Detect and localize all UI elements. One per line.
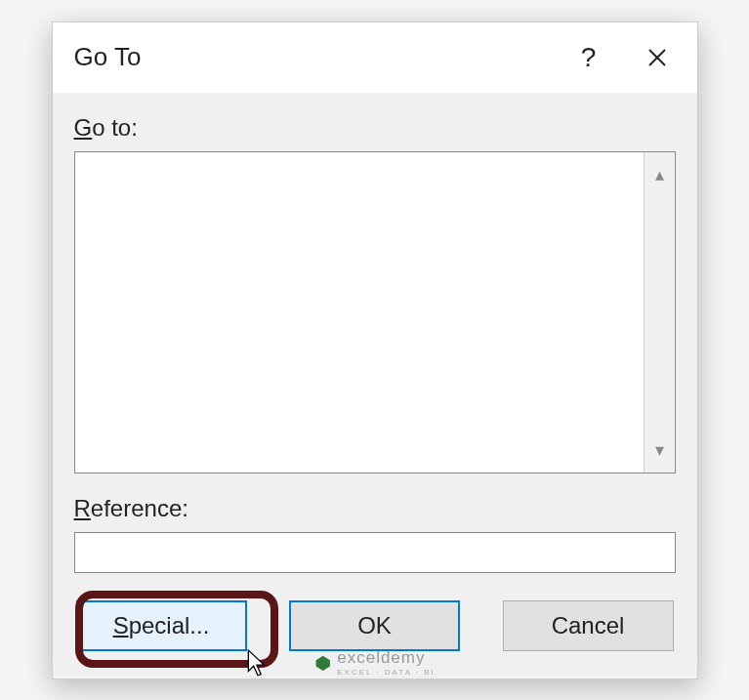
- scroll-down-icon: ▾: [655, 439, 664, 461]
- dialog-content: Go to: ▴ ▾ Reference: Special... OK Canc…: [53, 93, 697, 679]
- dialog-title: Go To: [74, 42, 555, 72]
- close-icon: [646, 47, 668, 68]
- goto-listbox[interactable]: [75, 152, 644, 473]
- goto-listbox-container: ▴ ▾: [74, 151, 676, 474]
- help-button[interactable]: ?: [555, 26, 623, 89]
- ok-button[interactable]: OK: [289, 600, 460, 651]
- listbox-scrollbar[interactable]: ▴ ▾: [644, 152, 675, 473]
- button-row: Special... OK Cancel: [74, 600, 676, 651]
- goto-label: Go to:: [74, 114, 676, 142]
- title-bar: Go To ?: [53, 22, 697, 93]
- scroll-up-icon: ▴: [655, 164, 664, 185]
- goto-dialog: Go To ? Go to: ▴ ▾ Reference: Special...…: [52, 21, 698, 679]
- cancel-button[interactable]: Cancel: [503, 600, 674, 651]
- special-button[interactable]: Special...: [76, 600, 247, 651]
- reference-label: Reference:: [74, 495, 676, 522]
- reference-input[interactable]: [74, 532, 676, 573]
- close-button[interactable]: [623, 26, 691, 89]
